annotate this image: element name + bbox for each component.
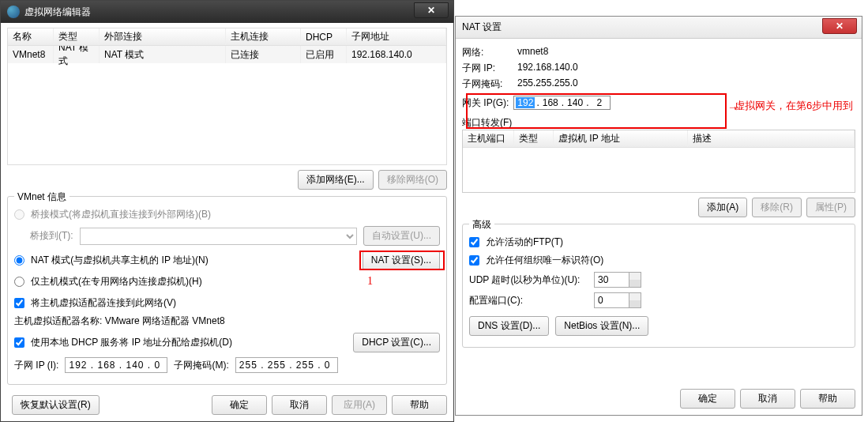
- subnet-ip-value: 192.168.140.0: [517, 62, 578, 75]
- udp-timeout-spinner[interactable]: 30: [594, 272, 641, 288]
- remove-button[interactable]: 移除(R): [752, 198, 802, 217]
- help-button[interactable]: 帮助: [392, 395, 447, 415]
- auto-settings-button[interactable]: 自动设置(U)...: [363, 226, 440, 246]
- pf-col-type[interactable]: 类型: [514, 130, 554, 147]
- gateway-ip-input[interactable]: 192. 168. 140. 2: [513, 96, 611, 110]
- subnet-ip-label: 子网 IP:: [462, 62, 509, 75]
- annotation-text: 虚拟网关，在第6步中用到: [735, 99, 853, 113]
- gateway-oct4[interactable]: 2: [590, 97, 608, 108]
- cell-host: 已连接: [226, 46, 301, 63]
- cell-name: VMnet8: [8, 46, 54, 63]
- add-network-button[interactable]: 添加网络(E)...: [298, 170, 374, 190]
- col-type[interactable]: 类型: [54, 28, 100, 45]
- titlebar: NAT 设置 ✕: [456, 17, 862, 39]
- ok-button[interactable]: 确定: [212, 395, 267, 415]
- table-row[interactable]: VMnet8 NAT 模式 NAT 模式 已连接 已启用 192.168.140…: [8, 46, 446, 63]
- allow-ftp-check[interactable]: [469, 237, 479, 247]
- col-subnet[interactable]: 子网地址: [347, 28, 446, 45]
- pf-col-port[interactable]: 主机端口: [463, 130, 514, 147]
- cell-ext: NAT 模式: [100, 46, 226, 63]
- allow-org-label: 允许任何组织唯一标识符(O): [486, 254, 603, 267]
- table-header: 名称 类型 外部连接 主机连接 DHCP 子网地址: [8, 28, 446, 46]
- bridged-to-select[interactable]: [80, 228, 358, 245]
- col-host[interactable]: 主机连接: [226, 28, 301, 45]
- globe-icon: [7, 6, 20, 18]
- cell-dhcp: 已启用: [301, 46, 347, 63]
- hostonly-radio[interactable]: [14, 277, 24, 287]
- dns-settings-button[interactable]: DNS 设置(D)...: [469, 316, 549, 336]
- titlebar: 虚拟网络编辑器 ✕: [1, 1, 453, 23]
- gateway-oct1[interactable]: 192: [516, 97, 535, 108]
- window-title: 虚拟网络编辑器: [24, 6, 91, 19]
- cell-subnet: 192.168.140.0: [347, 46, 446, 63]
- restore-defaults-button[interactable]: 恢复默认设置(R): [12, 395, 100, 415]
- annotation-marker-1: 1: [367, 275, 373, 288]
- dhcp-settings-button[interactable]: DHCP 设置(C)...: [353, 333, 440, 352]
- subnet-mask-value: 255.255.255.0: [517, 77, 578, 91]
- apply-button[interactable]: 应用(A): [332, 395, 387, 415]
- nat-radio[interactable]: [14, 255, 24, 266]
- gateway-oct2[interactable]: 168: [541, 97, 560, 108]
- col-dhcp[interactable]: DHCP: [301, 28, 347, 45]
- cell-type: NAT 模式: [54, 46, 100, 63]
- add-button[interactable]: 添加(A): [698, 198, 747, 217]
- gateway-label: 网关 IP(G):: [462, 96, 509, 110]
- bridged-radio[interactable]: [14, 209, 24, 220]
- remove-network-button[interactable]: 移除网络(O): [378, 170, 447, 190]
- col-ext[interactable]: 外部连接: [100, 28, 226, 45]
- pf-col-vmip[interactable]: 虚拟机 IP 地址: [554, 130, 688, 147]
- connect-adapter-label: 将主机虚拟适配器连接到此网络(V): [31, 296, 176, 310]
- subnet-mask-label: 子网掩码:: [462, 77, 509, 91]
- pf-col-desc[interactable]: 描述: [688, 130, 855, 147]
- port-forward-table: 主机端口 类型 虚拟机 IP 地址 描述: [462, 130, 855, 193]
- hostonly-label: 仅主机模式(在专用网络内连接虚拟机)(H): [31, 275, 202, 288]
- nat-settings-window: NAT 设置 ✕ 网络: vmnet8 子网 IP: 192.168.140.0…: [455, 16, 862, 416]
- subnet-mask-label: 子网掩码(M):: [174, 359, 228, 372]
- vmnet-info-group: VMnet 信息 桥接模式(将虚拟机直接连接到外部网络)(B) 桥接到(T): …: [7, 196, 447, 385]
- network-label: 网络:: [462, 46, 509, 59]
- config-port-spinner[interactable]: 0: [594, 292, 641, 308]
- close-button[interactable]: ✕: [822, 18, 857, 34]
- subnet-mask-input[interactable]: 255 . 255 . 255 . 0: [235, 357, 338, 373]
- close-button[interactable]: ✕: [414, 2, 449, 18]
- gateway-oct3[interactable]: 140: [566, 97, 584, 108]
- group-title: VMnet 信息: [14, 190, 70, 204]
- config-port-label: 配置端口(C):: [469, 294, 588, 307]
- allow-ftp-label: 允许活动的FTP(T): [486, 235, 563, 249]
- adapter-name-label: 主机虚拟适配器名称: VMware 网络适配器 VMnet8: [14, 315, 440, 328]
- window-title: NAT 设置: [462, 21, 502, 34]
- cancel-button[interactable]: 取消: [740, 389, 795, 409]
- netbios-settings-button[interactable]: NetBios 设置(N)...: [555, 316, 648, 336]
- col-name[interactable]: 名称: [8, 28, 54, 45]
- port-forward-label: 端口转发(F): [462, 116, 855, 130]
- connect-adapter-check[interactable]: [14, 298, 24, 308]
- properties-button[interactable]: 属性(P): [806, 198, 855, 217]
- subnet-ip-input[interactable]: 192 . 168 . 140 . 0: [65, 357, 167, 373]
- udp-timeout-label: UDP 超时(以秒为单位)(U):: [469, 273, 588, 287]
- use-dhcp-label: 使用本地 DHCP 服务将 IP 地址分配给虚拟机(D): [31, 336, 232, 349]
- virtual-network-editor-window: 虚拟网络编辑器 ✕ 名称 类型 外部连接 主机连接 DHCP 子网地址 VMne…: [0, 0, 454, 422]
- networks-table: 名称 类型 外部连接 主机连接 DHCP 子网地址 VMnet8 NAT 模式 …: [7, 28, 447, 165]
- network-value: vmnet8: [517, 46, 548, 59]
- advanced-title: 高级: [469, 218, 494, 232]
- subnet-ip-label: 子网 IP (I):: [14, 359, 58, 372]
- nat-settings-button[interactable]: NAT 设置(S)...: [363, 251, 440, 270]
- nat-label: NAT 模式(与虚拟机共享主机的 IP 地址)(N): [31, 254, 209, 267]
- bridged-to-label: 桥接到(T):: [30, 229, 73, 243]
- help-button[interactable]: 帮助: [800, 389, 855, 409]
- cancel-button[interactable]: 取消: [272, 395, 327, 415]
- ok-button[interactable]: 确定: [680, 389, 735, 409]
- advanced-group: 高级 允许活动的FTP(T) 允许任何组织唯一标识符(O) UDP 超时(以秒为…: [462, 224, 855, 348]
- allow-org-check[interactable]: [469, 255, 479, 266]
- bridged-label: 桥接模式(将虚拟机直接连接到外部网络)(B): [31, 208, 211, 221]
- use-dhcp-check[interactable]: [14, 337, 24, 348]
